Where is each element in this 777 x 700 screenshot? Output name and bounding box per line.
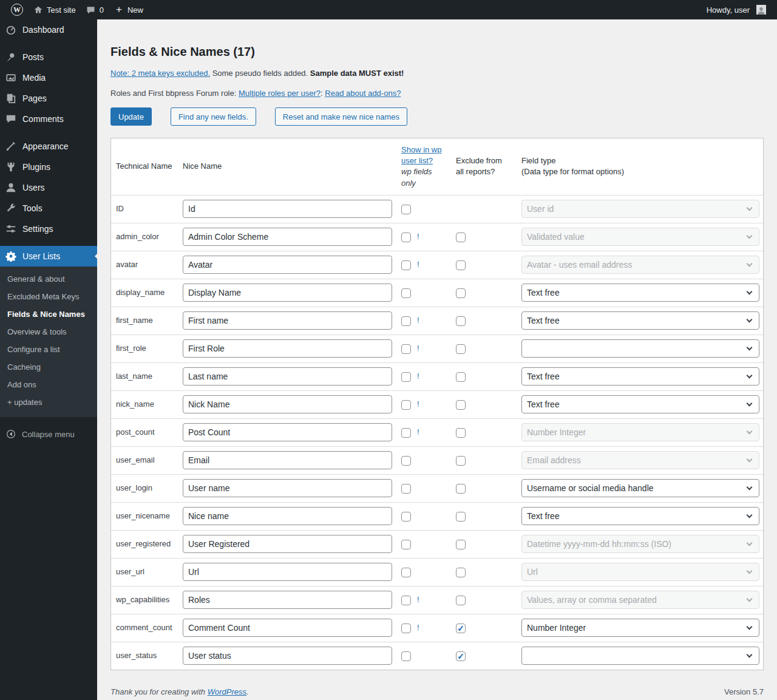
nice-name-input[interactable] [183, 228, 392, 246]
show-in-list-checkbox[interactable] [401, 651, 411, 661]
submenu-add-ons[interactable]: Add ons [0, 376, 97, 393]
nice-name-input[interactable] [183, 535, 392, 553]
show-in-list-checkbox[interactable] [401, 316, 411, 326]
field-type-select[interactable] [521, 339, 759, 358]
show-in-wp-user-list-link[interactable]: Show in wp user list? [401, 144, 446, 166]
nice-name-input[interactable] [183, 284, 392, 302]
field-type-select[interactable]: User id [521, 200, 759, 218]
nice-name-input[interactable] [183, 451, 392, 469]
show-in-list-checkbox[interactable] [401, 540, 411, 549]
bang-link[interactable]: ! [417, 260, 419, 269]
exclude-checkbox[interactable] [456, 344, 466, 354]
site-name-link[interactable]: Test site [28, 0, 81, 19]
bang-link[interactable]: ! [417, 427, 419, 437]
field-type-select[interactable]: Text free [521, 395, 759, 413]
exclude-checkbox[interactable] [456, 233, 466, 242]
bang-link[interactable]: ! [417, 399, 419, 409]
bang-link[interactable]: ! [417, 372, 419, 381]
nice-name-input[interactable] [183, 200, 392, 218]
submenu-overview-tools[interactable]: Overview & tools [0, 323, 97, 341]
show-in-list-checkbox[interactable] [401, 568, 411, 577]
field-type-select[interactable]: Text free [521, 284, 759, 302]
field-type-select[interactable]: Text free [521, 507, 759, 525]
exclude-checkbox[interactable] [456, 484, 466, 494]
exclude-checkbox[interactable] [456, 624, 466, 633]
field-type-select[interactable]: Url [521, 563, 759, 581]
show-in-list-checkbox[interactable] [401, 512, 411, 522]
exclude-checkbox[interactable] [456, 372, 466, 382]
find-new-fields-button[interactable]: Find any new fields. [171, 107, 256, 126]
sidebar-item-pages[interactable]: Pages [0, 88, 97, 109]
bang-link[interactable]: ! [417, 623, 419, 632]
multiple-roles-link[interactable]: Multiple roles per user? [239, 89, 321, 98]
show-in-list-checkbox[interactable] [401, 484, 411, 494]
sidebar-item-appearance[interactable]: Appearance [0, 136, 97, 157]
nice-name-input[interactable] [183, 256, 392, 274]
update-button[interactable]: Update [110, 107, 152, 126]
show-in-list-checkbox[interactable] [401, 624, 411, 633]
exclude-checkbox[interactable] [456, 428, 466, 438]
bang-link[interactable]: ! [417, 595, 419, 604]
field-type-select[interactable]: Avatar - uses email address [521, 256, 759, 274]
show-in-list-checkbox[interactable] [401, 372, 411, 382]
field-type-select[interactable]: Number Integer [521, 619, 759, 637]
nice-name-input[interactable] [183, 591, 392, 609]
show-in-list-checkbox[interactable] [401, 596, 411, 605]
nice-name-input[interactable] [183, 339, 392, 358]
nice-name-input[interactable] [183, 395, 392, 413]
show-in-list-checkbox[interactable] [401, 344, 411, 354]
show-in-list-checkbox[interactable] [401, 400, 411, 410]
field-type-select[interactable]: Number Integer [521, 423, 759, 441]
sidebar-item-tools[interactable]: Tools [0, 198, 97, 219]
nice-name-input[interactable] [183, 479, 392, 497]
nice-name-input[interactable] [183, 563, 392, 581]
show-in-list-checkbox[interactable] [401, 428, 411, 438]
bang-link[interactable]: ! [417, 344, 419, 353]
field-type-select[interactable]: Email address [521, 451, 759, 469]
submenu-excluded-meta-keys[interactable]: Excluded Meta Keys [0, 288, 97, 305]
field-type-select[interactable] [521, 647, 759, 665]
exclude-checkbox[interactable] [456, 400, 466, 410]
exclude-checkbox[interactable] [456, 288, 466, 298]
field-type-select[interactable]: Validated value [521, 228, 759, 246]
sidebar-item-users[interactable]: Users [0, 177, 97, 198]
submenu-cacheing[interactable]: Cacheing [0, 358, 97, 376]
bang-link[interactable]: ! [417, 316, 419, 325]
new-content-menu[interactable]: + New [109, 0, 148, 19]
sidebar-item-plugins[interactable]: Plugins [0, 157, 97, 177]
submenu-configure-a-list[interactable]: Configure a list [0, 341, 97, 358]
collapse-menu-button[interactable]: Collapse menu [0, 423, 97, 445]
field-type-select[interactable]: Values, array or comma separated [521, 591, 759, 609]
field-type-select[interactable]: Text free [521, 311, 759, 330]
sidebar-item-posts[interactable]: Posts [0, 47, 97, 67]
submenu-general-about[interactable]: General & about [0, 270, 97, 288]
show-in-list-checkbox[interactable] [401, 456, 411, 466]
bang-link[interactable]: ! [417, 232, 419, 241]
wordpress-logo-menu[interactable]: W [6, 0, 28, 19]
nice-name-input[interactable] [183, 647, 392, 665]
exclude-checkbox[interactable] [456, 651, 466, 661]
field-type-select[interactable]: Username or social media handle [521, 479, 759, 497]
nice-name-input[interactable] [183, 423, 392, 441]
wordpress-link[interactable]: WordPress [208, 687, 246, 696]
show-in-list-checkbox[interactable] [401, 288, 411, 298]
nice-name-input[interactable] [183, 507, 392, 525]
sidebar-item-settings[interactable]: Settings [0, 219, 97, 239]
sidebar-item-media[interactable]: Media [0, 67, 97, 88]
nice-name-input[interactable] [183, 619, 392, 637]
field-type-select[interactable]: Datetime yyyy-mm-dd hh:mm:ss (ISO) [521, 535, 759, 553]
nice-name-input[interactable] [183, 367, 392, 386]
exclude-checkbox[interactable] [456, 540, 466, 549]
nice-name-input[interactable] [183, 311, 392, 330]
show-in-list-checkbox[interactable] [401, 260, 411, 270]
exclude-checkbox[interactable] [456, 316, 466, 326]
comments-bubble[interactable]: 0 [81, 0, 109, 19]
exclude-checkbox[interactable] [456, 568, 466, 577]
sidebar-item-comments[interactable]: Comments [0, 109, 97, 129]
excluded-meta-keys-link[interactable]: Note: 2 meta keys excluded. [110, 69, 210, 78]
my-account-menu[interactable]: Howdy, user [702, 0, 771, 19]
exclude-checkbox[interactable] [456, 456, 466, 466]
exclude-checkbox[interactable] [456, 512, 466, 522]
show-in-list-checkbox[interactable] [401, 233, 411, 242]
sidebar-item-dashboard[interactable]: Dashboard [0, 19, 97, 40]
